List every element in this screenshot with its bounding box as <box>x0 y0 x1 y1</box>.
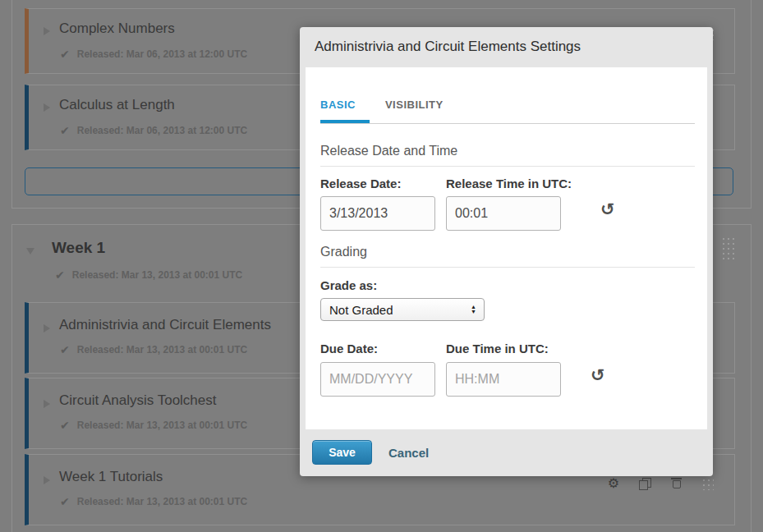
check-icon: ✔ <box>60 496 70 507</box>
release-date-input[interactable] <box>320 196 435 231</box>
tabs-divider <box>320 123 695 124</box>
drag-handle[interactable] <box>701 478 714 490</box>
subsection-title: Circuit Analysis Toolchest <box>59 392 217 409</box>
released-status: Released: Mar 13, 2013 at 00:01 UTC <box>72 269 242 281</box>
expand-toggle-icon[interactable] <box>44 324 50 332</box>
grade-select-value: Not Graded <box>321 303 471 317</box>
tab-basic[interactable]: BASIC <box>320 99 356 111</box>
due-time-label: Due Time in UTC: <box>446 342 549 355</box>
expand-toggle-icon[interactable] <box>44 27 50 35</box>
cancel-link[interactable]: Cancel <box>388 446 429 460</box>
configure-icon[interactable]: ⚙ <box>608 477 619 490</box>
reset-release-icon[interactable]: ↺ <box>600 200 615 218</box>
check-icon: ✔ <box>60 48 70 60</box>
grade-select[interactable]: Not Graded ▲▼ <box>320 298 485 321</box>
subsection-title: Administrivia and Circuit Elements <box>59 317 271 333</box>
save-button[interactable]: Save <box>312 440 372 465</box>
released-status: Released: Mar 13, 2013 at 00:01 UTC <box>77 420 247 431</box>
collapse-toggle-icon[interactable] <box>26 248 34 255</box>
subsection-title: Week 1 Tutorials <box>59 469 163 485</box>
released-status: Released: Mar 13, 2013 at 00:01 UTC <box>77 496 247 507</box>
released-status: Released: Mar 13, 2013 at 00:01 UTC <box>77 344 247 355</box>
tab-visibility[interactable]: VISIBILITY <box>385 99 444 111</box>
check-icon: ✔ <box>60 344 70 355</box>
check-icon: ✔ <box>60 125 70 136</box>
due-date-input[interactable] <box>320 362 435 397</box>
check-icon: ✔ <box>60 420 70 431</box>
subsection-settings-modal: Administrivia and Circuit Elements Setti… <box>300 27 713 476</box>
release-section-divider <box>320 166 695 167</box>
grade-as-label: Grade as: <box>320 278 377 292</box>
release-time-input[interactable] <box>446 196 561 231</box>
subsection-title: Calculus at Length <box>59 97 175 113</box>
due-date-label: Due Date: <box>320 342 378 355</box>
check-icon: ✔ <box>55 269 65 281</box>
modal-tabs: BASIC VISIBILITY <box>320 99 444 111</box>
release-time-label: Release Time in UTC: <box>446 177 572 190</box>
grading-section-heading: Grading <box>320 245 367 259</box>
expand-toggle-icon[interactable] <box>44 476 50 484</box>
select-arrows-icon: ▲▼ <box>471 305 476 314</box>
section-drag-handle[interactable] <box>721 236 734 259</box>
studio-outline-page: Complex Numbers ✔ Released: Mar 06, 2013… <box>0 0 763 532</box>
subsection-title: Complex Numbers <box>59 21 175 37</box>
duplicate-icon[interactable] <box>639 478 651 490</box>
release-section-heading: Release Date and Time <box>320 144 457 158</box>
section-title: Week 1 <box>52 239 105 257</box>
modal-title: Administrivia and Circuit Elements Setti… <box>315 39 581 55</box>
due-time-input[interactable] <box>446 362 561 397</box>
grading-section-divider <box>320 267 695 268</box>
released-status: Released: Mar 06, 2013 at 12:00 UTC <box>77 48 247 60</box>
reset-due-icon[interactable]: ↺ <box>591 366 605 383</box>
modal-body: BASIC VISIBILITY Release Date and Time R… <box>306 67 707 429</box>
delete-icon[interactable] <box>671 478 682 489</box>
released-status: Released: Mar 06, 2013 at 12:00 UTC <box>77 125 247 136</box>
release-date-label: Release Date: <box>320 177 401 190</box>
expand-toggle-icon[interactable] <box>44 400 50 408</box>
expand-toggle-icon[interactable] <box>44 103 50 112</box>
